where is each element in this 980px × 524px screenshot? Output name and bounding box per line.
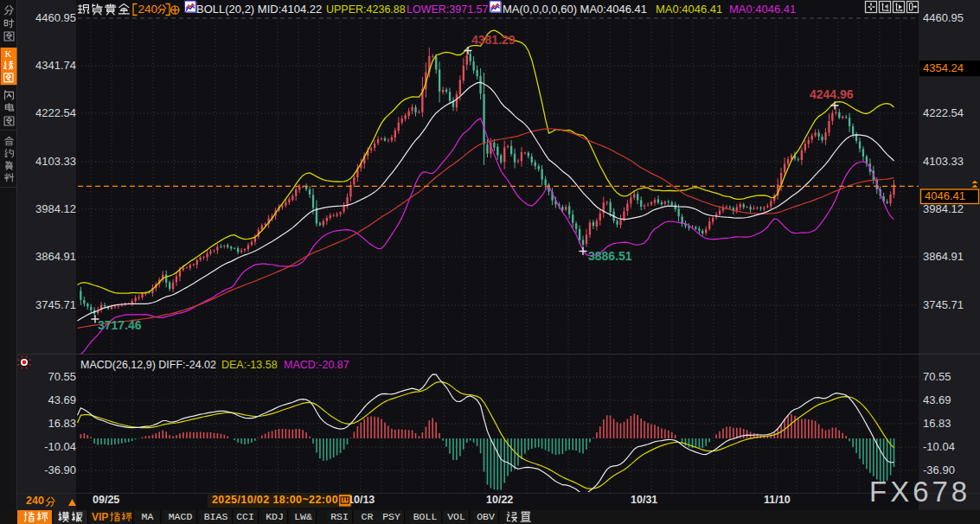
svg-text:K: K [5, 48, 12, 59]
